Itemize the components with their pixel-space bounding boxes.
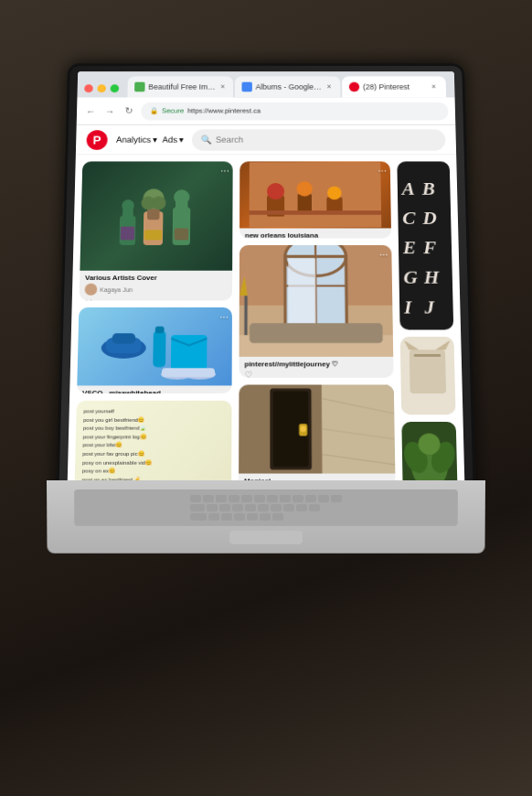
- svg-rect-3: [121, 227, 135, 241]
- tab2-close-button[interactable]: ✕: [325, 82, 334, 92]
- browser-back-button[interactable]: ←: [83, 104, 98, 117]
- tab3-favicon: [349, 82, 359, 92]
- svg-rect-23: [185, 368, 215, 377]
- pin-artists-cover[interactable]: ··· Various Artists Cover Kagaya Jun ils…: [80, 161, 233, 300]
- pins-grid: ··· Various Artists Cover Kagaya Jun ils…: [67, 155, 465, 500]
- room-illustration: [239, 245, 394, 357]
- secure-icon: 🔒: [150, 107, 159, 114]
- pin-vsco[interactable]: ··· VSCO - miaawhitehead: [77, 307, 232, 393]
- ads-chevron-icon: ▾: [179, 135, 184, 145]
- secure-label: Secure: [162, 107, 184, 114]
- pin-artists-cover-title: Various Artists Cover: [80, 271, 232, 284]
- pin-room-interior[interactable]: ··· pinterest//mylittlejourney ♡ ♡: [239, 245, 393, 378]
- ads-nav-item[interactable]: Ads ▾: [163, 135, 184, 145]
- svg-rect-28: [298, 194, 312, 212]
- artists-cover-illustration: [112, 170, 201, 263]
- analytics-chevron-icon: ▾: [153, 135, 157, 145]
- svg-text:F: F: [422, 237, 437, 258]
- tab2-label: Albums - Google Photos: [256, 83, 322, 91]
- apparel-illustration: [400, 337, 456, 415]
- svg-rect-41: [288, 258, 315, 329]
- pinterest-nav: Analytics ▾ Ads ▾: [116, 135, 184, 145]
- vsco-illustration: [91, 309, 218, 383]
- browser-tab-1[interactable]: Beautiful Free Images & Pictur... ✕: [127, 76, 233, 97]
- svg-rect-17: [153, 331, 165, 368]
- svg-text:E: E: [402, 237, 417, 258]
- svg-point-12: [174, 189, 189, 204]
- pin-artists-cover-author: Kagaya Jun: [80, 284, 232, 299]
- pin-artists-cover-dots[interactable]: ···: [220, 165, 229, 177]
- pin-room-dots[interactable]: ···: [379, 248, 388, 260]
- pin-room-heart: ♡: [239, 370, 393, 378]
- pin-typography[interactable]: A B C D E F G H I J: [397, 161, 453, 329]
- svg-text:I: I: [403, 296, 413, 317]
- pin-column-2: ··· new orleans louisiana: [239, 161, 396, 493]
- svg-rect-16: [112, 333, 136, 343]
- pinterest-navbar: P Analytics ▾ Ads ▾ 🔍 Search: [76, 125, 456, 155]
- pin-column-3-partial: A B C D E F G H I J: [397, 161, 457, 493]
- svg-rect-44: [244, 296, 247, 335]
- new-orleans-illustration: [250, 162, 382, 227]
- tab2-favicon: [241, 82, 251, 92]
- svg-rect-32: [250, 210, 381, 215]
- browser-tab-2[interactable]: Albums - Google Photos ✕: [235, 76, 341, 97]
- svg-text:D: D: [421, 208, 437, 229]
- svg-rect-51: [322, 385, 396, 474]
- minimize-window-button[interactable]: [97, 84, 106, 92]
- close-window-button[interactable]: [84, 84, 93, 92]
- browser-forward-button[interactable]: →: [102, 104, 116, 117]
- search-placeholder-text: Search: [216, 135, 243, 145]
- pin-new-orleans-title: new orleans louisiana: [239, 228, 391, 238]
- pin-vsco-dots[interactable]: ···: [219, 310, 229, 322]
- chrome-tabs-bar: Beautiful Free Images & Pictur... ✕ Albu…: [77, 71, 454, 97]
- svg-rect-18: [155, 327, 165, 334]
- pin-text-list-content: post yourself post you girl bestfriend😊 …: [74, 401, 231, 493]
- maximize-window-button[interactable]: [111, 84, 120, 92]
- chrome-address-bar: ← → ↻ 🔒 Secure https://www.pinterest.ca: [77, 98, 456, 125]
- svg-text:A: A: [399, 178, 414, 199]
- pin-new-orleans-dots[interactable]: ···: [378, 165, 387, 177]
- trackpad[interactable]: [229, 531, 303, 544]
- keyboard-area: [74, 489, 458, 526]
- address-bar-input[interactable]: 🔒 Secure https://www.pinterest.ca: [141, 102, 448, 120]
- laptop-keyboard-base: [47, 480, 485, 554]
- search-icon: 🔍: [201, 135, 212, 145]
- pin-column-1: ··· Various Artists Cover Kagaya Jun ils…: [74, 161, 232, 493]
- tab1-favicon: [134, 82, 145, 92]
- door-illustration: [239, 385, 395, 474]
- window-controls: [84, 84, 119, 92]
- svg-point-27: [267, 183, 284, 199]
- pin-room-label: pinterest//mylittlejourney ♡: [239, 357, 394, 370]
- pin-text-list[interactable]: post yourself post you girl bestfriend😊 …: [74, 401, 231, 493]
- svg-text:H: H: [423, 266, 442, 287]
- svg-rect-9: [144, 230, 162, 240]
- svg-rect-68: [414, 354, 441, 357]
- tab1-label: Beautiful Free Images & Pictur...: [148, 83, 217, 91]
- svg-text:C: C: [402, 208, 416, 229]
- svg-rect-43: [250, 323, 383, 343]
- svg-rect-13: [175, 228, 189, 240]
- browser-refresh-button[interactable]: ↻: [122, 104, 135, 117]
- url-text: https://www.pinterest.ca: [187, 107, 261, 114]
- svg-point-50: [300, 426, 306, 433]
- pin-new-orleans[interactable]: ··· new orleans louisiana: [239, 161, 391, 238]
- heart-icon[interactable]: ♡: [244, 370, 252, 378]
- screen-bezel: Beautiful Free Images & Pictur... ✕ Albu…: [56, 63, 476, 508]
- svg-point-31: [327, 187, 341, 200]
- typography-illustration: A B C D E F G H I J: [397, 161, 453, 329]
- svg-text:B: B: [421, 178, 436, 199]
- pinterest-search-bar[interactable]: 🔍 Search: [192, 129, 445, 150]
- tab3-label: (28) Pinterest: [363, 83, 410, 91]
- svg-point-29: [297, 181, 313, 196]
- tab3-close-button[interactable]: ✕: [429, 82, 440, 92]
- tab1-close-button[interactable]: ✕: [220, 82, 227, 92]
- browser-tab-3-active[interactable]: (28) Pinterest ✕: [342, 76, 446, 97]
- laptop: Beautiful Free Images & Pictur... ✕ Albu…: [47, 32, 485, 727]
- analytics-nav-item[interactable]: Analytics ▾: [116, 135, 157, 145]
- pin-apparel[interactable]: Apparel for the: [400, 337, 456, 415]
- svg-text:G: G: [403, 266, 419, 287]
- pinterest-logo[interactable]: P: [86, 130, 107, 150]
- pin-door[interactable]: Magical Zach &: [239, 385, 396, 493]
- author-avatar: [85, 284, 98, 296]
- screen-content: Beautiful Free Images & Pictur... ✕ Albu…: [67, 71, 465, 500]
